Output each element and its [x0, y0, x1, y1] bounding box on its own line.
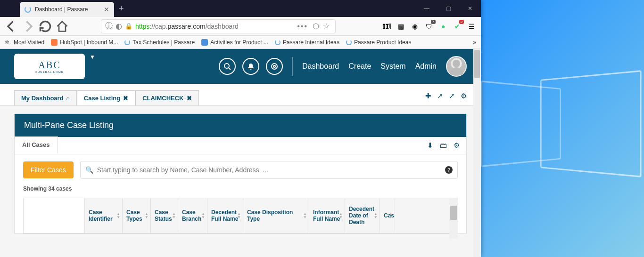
column-header[interactable]: Case Types▲▼	[123, 198, 151, 233]
search-wrap: 🔍 ?	[80, 161, 458, 179]
menu-icon[interactable]: ☰	[467, 22, 476, 31]
page-actions-icon[interactable]: •••	[297, 22, 308, 31]
column-header[interactable]: Decedent Date of Death▲▼	[345, 198, 380, 233]
sort-icon[interactable]: ▲▼	[339, 212, 343, 219]
nav-admin[interactable]: Admin	[415, 62, 437, 71]
page-content: ABC FUNERAL HOME ▼ DashboardCreateSystem…	[0, 49, 481, 257]
toolbar: ⓘ ◐ 🔒 https://cap.passare.com/dashboard …	[0, 17, 481, 36]
sort-icon[interactable]: ▲▼	[201, 212, 205, 219]
search-icon: 🔍	[85, 166, 93, 174]
library-icon[interactable]: 𝗜𝗜𝗹	[382, 22, 391, 31]
settings-icon[interactable]: ⚙	[454, 141, 460, 150]
svg-point-2	[272, 64, 277, 69]
info-icon[interactable]: ⓘ	[105, 21, 113, 31]
ublock-icon[interactable]: 🛡7	[424, 22, 434, 31]
tab-label: Case Listing	[84, 95, 120, 102]
tab-label: My Dashboard	[21, 95, 64, 102]
bookmarks-overflow-icon[interactable]: »	[473, 39, 476, 46]
column-header[interactable]: Case Status▲▼	[151, 198, 178, 233]
avatar[interactable]	[446, 56, 467, 77]
close-icon[interactable]: ✖	[123, 95, 128, 102]
browser-tab[interactable]: Dashboard | Passare ✕	[20, 2, 114, 17]
app-header: ABC FUNERAL HOME ▼ DashboardCreateSystem…	[0, 49, 481, 84]
expand-icon[interactable]: ⤢	[449, 92, 455, 100]
case-search-input[interactable]	[97, 166, 445, 174]
spin-icon	[275, 40, 281, 45]
gear-icon[interactable]: ⚙	[461, 92, 467, 100]
column-header[interactable]: Informant Full Name▲▼	[309, 198, 345, 233]
blue-icon	[201, 39, 208, 46]
column-header[interactable]: Cas▲▼	[380, 198, 395, 233]
reload-button[interactable]	[39, 20, 52, 33]
scrollbar[interactable]	[473, 49, 481, 257]
addon-icon-1[interactable]: ◉	[410, 22, 420, 31]
page-tab-my-dashboard[interactable]: My Dashboard⌂	[14, 90, 77, 105]
sort-icon[interactable]: ▲▼	[374, 212, 378, 219]
addon-icon-2[interactable]: ●	[438, 22, 448, 31]
sort-icon[interactable]: ▲▼	[145, 212, 149, 219]
column-header[interactable]: Case Disposition Type▲▼	[243, 198, 309, 233]
nav-create[interactable]: Create	[348, 62, 371, 71]
window-controls: — ▢ ✕	[416, 0, 481, 17]
target-icon[interactable]	[266, 58, 283, 75]
archive-icon[interactable]: 🗃	[440, 141, 447, 150]
help-icon[interactable]: ?	[445, 166, 453, 174]
favicon-icon	[25, 6, 31, 13]
divider	[292, 57, 293, 76]
bookmark-label: Tax Schedules | Passare	[132, 39, 195, 46]
pocket-icon[interactable]: ⬡	[313, 22, 319, 31]
bookmark-item[interactable]: Passare Product Ideas	[346, 39, 411, 46]
bookmark-label: Activities for Product ...	[210, 39, 268, 46]
bookmark-label: Passare Internal Ideas	[283, 39, 339, 46]
page-tab-claimcheck[interactable]: CLAIMCHECK✖	[135, 90, 198, 105]
table-scroll-thumb[interactable]	[450, 206, 457, 220]
new-tab-button[interactable]: +	[114, 4, 129, 14]
home-button[interactable]	[56, 20, 69, 33]
sort-icon[interactable]: ▲▼	[116, 212, 120, 219]
search-icon[interactable]	[219, 58, 236, 75]
nav-system[interactable]: System	[380, 62, 405, 71]
privacy-icon[interactable]: ✔2	[453, 22, 462, 31]
column-header[interactable]	[24, 198, 85, 233]
nav-dashboard[interactable]: Dashboard	[302, 62, 339, 71]
bookmark-item[interactable]: Tax Schedules | Passare	[124, 39, 195, 46]
page-tab-case-listing[interactable]: Case Listing✖	[77, 90, 135, 105]
table-scrollbar[interactable]	[449, 198, 458, 239]
bookmark-item[interactable]: ✲Most Visited	[5, 39, 44, 46]
sort-icon[interactable]: ▲▼	[172, 212, 176, 219]
tab-title: Dashboard | Passare	[35, 6, 88, 13]
url-text: https://cap.passare.com/dashboard	[135, 23, 239, 30]
bookmark-item[interactable]: HubSpot | Inbound M...	[51, 39, 118, 46]
scrollbar-thumb[interactable]	[474, 50, 480, 78]
back-button[interactable]	[5, 20, 18, 33]
minimize-button[interactable]: —	[416, 0, 438, 17]
bookmark-item[interactable]: Passare Internal Ideas	[275, 39, 339, 46]
forward-button[interactable]	[22, 20, 35, 33]
maximize-button[interactable]: ▢	[438, 0, 459, 17]
org-dropdown-icon[interactable]: ▼	[90, 54, 95, 60]
close-icon[interactable]: ✖	[187, 95, 192, 102]
filter-cases-button[interactable]: Filter Cases	[23, 161, 74, 178]
sort-icon[interactable]: ▲▼	[389, 212, 393, 219]
reader-icon[interactable]: ▤	[396, 22, 405, 31]
column-header[interactable]: Decedent Full Name▲▼	[207, 198, 243, 233]
table: Case Identifier▲▼Case Types▲▼Case Status…	[23, 198, 458, 233]
add-tab-icon[interactable]: ✚	[425, 92, 431, 100]
column-header[interactable]: Case Identifier▲▼	[85, 198, 123, 233]
subtab-all-cases[interactable]: All Cases	[15, 137, 58, 154]
sort-icon[interactable]: ▲▼	[237, 212, 241, 219]
bookmark-star-icon[interactable]: ☆	[323, 22, 330, 31]
bookmark-item[interactable]: Activities for Product ...	[201, 39, 268, 46]
column-header[interactable]: Case Branch▲▼	[178, 198, 207, 233]
share-icon[interactable]: ↗	[437, 92, 443, 100]
logo[interactable]: ABC FUNERAL HOME	[14, 54, 85, 79]
bell-icon[interactable]	[242, 58, 259, 75]
sort-icon[interactable]: ▲▼	[303, 212, 307, 219]
address-bar[interactable]: ⓘ ◐ 🔒 https://cap.passare.com/dashboard …	[101, 19, 336, 33]
close-window-button[interactable]: ✕	[459, 0, 481, 17]
lock-icon: 🔒	[125, 23, 132, 30]
close-tab-icon[interactable]: ✕	[104, 6, 109, 13]
download-icon[interactable]: ⬇	[427, 141, 433, 150]
shield-icon[interactable]: ◐	[116, 22, 122, 31]
logo-subtext: FUNERAL HOME	[35, 71, 63, 73]
